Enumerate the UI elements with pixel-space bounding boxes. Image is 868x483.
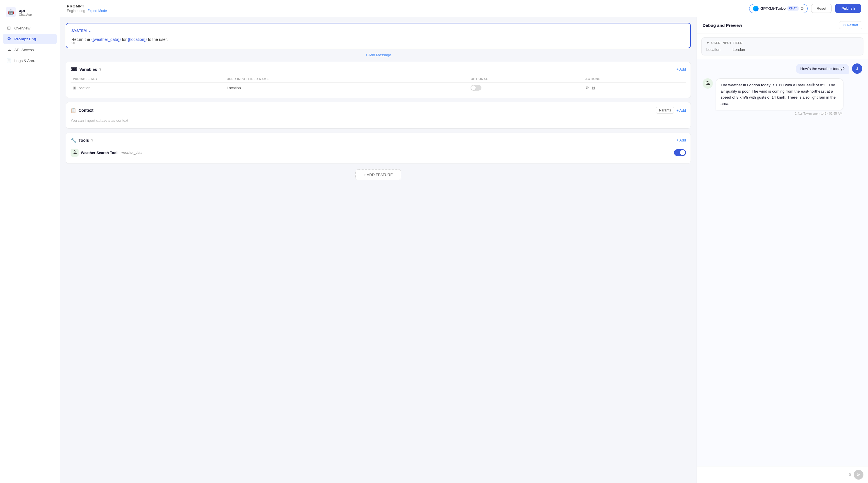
- variables-header: ⌨ Variables ? + Add: [70, 67, 686, 72]
- subtitle-expert-mode[interactable]: Expert Mode: [87, 9, 107, 13]
- chat-bot-message: 🌤 The weather in London today is 10°C wi…: [703, 78, 862, 115]
- app-info: api Chat App: [19, 8, 32, 16]
- sidebar-item-api-access[interactable]: ☁ API Access: [3, 44, 57, 55]
- sidebar-item-label: Overview: [14, 26, 30, 30]
- app-name: api: [19, 8, 32, 13]
- sidebar-nav: ⊞ Overview ⚙ Prompt Eng. ☁ API Access 📄 …: [0, 23, 60, 66]
- col-key-header: VARIABLE KEY: [70, 76, 224, 83]
- context-add-button[interactable]: + Add: [676, 107, 686, 114]
- left-panel: SYSTEM ⌄ Return the {{weather_data}} for…: [60, 17, 696, 483]
- var-actions: ⚙ 🗑: [585, 86, 684, 90]
- user-input-row: Location London: [706, 48, 859, 52]
- bot-content: The weather in London today is 10°C with…: [716, 78, 843, 115]
- tool-left: 🌤 Weather Search Tool weather_data: [70, 149, 142, 157]
- main-area: PROMPT Engineering Expert Mode GPT-3.5-T…: [60, 0, 868, 483]
- user-input-section-label[interactable]: ▼ USER INPUT FIELD: [706, 41, 859, 44]
- tool-key: weather_data: [121, 151, 142, 155]
- chat-input-area: 0: [697, 466, 868, 483]
- context-actions: Params + Add: [656, 107, 686, 114]
- system-prompt-text[interactable]: Return the {{weather_data}} for {{locati…: [71, 36, 685, 42]
- model-icon: [753, 6, 758, 11]
- right-panel: Debug and Preview ↺ Restart ▼ USER INPUT…: [696, 17, 868, 483]
- send-button[interactable]: [854, 470, 863, 480]
- sidebar-item-label: Prompt Eng.: [14, 37, 37, 41]
- publish-button[interactable]: Publish: [835, 4, 861, 13]
- sidebar-item-label: Logs & Ann.: [14, 59, 35, 63]
- sidebar: 🤖 api Chat App ⊞ Overview ⚙ Prompt Eng. …: [0, 0, 60, 483]
- gear-icon: ⚙: [6, 36, 11, 41]
- context-title: 📋 Context: [70, 108, 93, 113]
- prompt-var2: {{location}}: [128, 37, 147, 42]
- app-logo: 🤖 api Chat App: [0, 5, 60, 23]
- prompt-text-suffix: to the user.: [147, 37, 168, 42]
- variables-icon: ⌨: [70, 67, 77, 72]
- page-title: PROMPT: [67, 4, 107, 8]
- user-input-section: ▼ USER INPUT FIELD Location London: [702, 37, 863, 55]
- cloud-icon: ☁: [6, 47, 11, 52]
- prompt-text-middle: for: [121, 37, 128, 42]
- debug-header: Debug and Preview ↺ Restart: [697, 17, 868, 33]
- user-avatar: J: [852, 63, 862, 74]
- model-selector[interactable]: GPT-3.5-Turbo CHAT ⚙: [749, 4, 808, 13]
- doc-icon: 📄: [6, 58, 11, 63]
- tools-section: 🔧 Tools ? + Add 🌤 Weather Search Tool we…: [66, 132, 691, 164]
- var-settings-icon[interactable]: ⚙: [585, 86, 589, 90]
- add-feature-button[interactable]: + ADD FEATURE: [355, 170, 401, 180]
- table-row: ▣ location Location: [70, 83, 686, 93]
- sidebar-item-logs[interactable]: 📄 Logs & Ann.: [3, 55, 57, 66]
- sidebar-item-overview[interactable]: ⊞ Overview: [3, 23, 57, 33]
- sidebar-item-prompt-eng[interactable]: ⚙ Prompt Eng.: [3, 34, 57, 44]
- tool-name: Weather Search Tool: [81, 151, 117, 155]
- tools-help-icon[interactable]: ?: [91, 138, 93, 142]
- overview-icon: ⊞: [6, 25, 11, 31]
- variables-add-button[interactable]: + Add: [676, 67, 686, 71]
- app-type: Chat App: [19, 13, 32, 16]
- chat-area: How's the weather today? J 🌤 The weather…: [697, 59, 868, 466]
- variables-table: VARIABLE KEY USER INPUT FIELD NAME OPTIO…: [70, 76, 686, 93]
- variables-section: ⌨ Variables ? + Add VARIABLE KEY USER IN…: [66, 62, 691, 98]
- list-item: 🌤 Weather Search Tool weather_data: [70, 146, 686, 159]
- prompt-text-prefix: Return the: [71, 37, 91, 42]
- variables-help-icon[interactable]: ?: [99, 67, 101, 71]
- breadcrumb: Engineering Expert Mode: [67, 9, 107, 13]
- col-actions-header: ACTIONS: [583, 76, 686, 83]
- user-bubble: How's the weather today?: [796, 64, 849, 74]
- chat-input[interactable]: [702, 473, 846, 477]
- context-params-button[interactable]: Params: [656, 107, 674, 114]
- model-badge: CHAT: [787, 6, 799, 10]
- context-icon: 📋: [70, 108, 76, 113]
- context-empty-text: You can import datasets as context: [70, 117, 686, 124]
- reset-button[interactable]: Reset: [811, 4, 832, 13]
- header-left: PROMPT Engineering Expert Mode: [67, 4, 107, 13]
- debug-title: Debug and Preview: [703, 23, 742, 28]
- var-key-cell: ▣ location: [73, 86, 222, 90]
- restart-button[interactable]: ↺ Restart: [839, 21, 862, 29]
- tools-header: 🔧 Tools ? + Add: [70, 138, 686, 143]
- chevron-down-icon: ▼: [706, 41, 709, 44]
- add-message-button[interactable]: + Add Message: [365, 53, 391, 57]
- input-field-value[interactable]: London: [733, 48, 745, 52]
- context-section: 📋 Context Params + Add You can import da…: [66, 102, 691, 129]
- tools-title: 🔧 Tools ?: [70, 138, 93, 143]
- chat-meta: 2.41s Token spent 145 · 02:55 AM: [716, 112, 843, 115]
- settings-icon: ⚙: [800, 6, 804, 11]
- app-icon: 🤖: [6, 7, 16, 17]
- tools-add-button[interactable]: + Add: [676, 138, 686, 142]
- col-optional-header: OPTIONAL: [468, 76, 583, 83]
- prompt-var1: {{weather_data}}: [91, 37, 121, 42]
- tools-icon: 🔧: [70, 138, 76, 143]
- var-delete-icon[interactable]: 🗑: [591, 86, 595, 90]
- char-count: 0: [849, 473, 851, 477]
- sidebar-item-label: API Access: [14, 48, 34, 52]
- var-key-icon: ▣: [73, 86, 76, 90]
- var-key-value: location: [78, 86, 91, 90]
- add-feature-row: + ADD FEATURE: [66, 170, 691, 180]
- tool-enable-toggle[interactable]: [674, 149, 686, 156]
- subtitle-engineering: Engineering: [67, 9, 85, 13]
- col-name-header: USER INPUT FIELD NAME: [224, 76, 469, 83]
- header: PROMPT Engineering Expert Mode GPT-3.5-T…: [60, 0, 868, 17]
- optional-toggle[interactable]: [471, 85, 482, 91]
- content-area: SYSTEM ⌄ Return the {{weather_data}} for…: [60, 17, 868, 483]
- bot-bubble: The weather in London today is 10°C with…: [716, 78, 843, 110]
- send-icon: [857, 473, 861, 477]
